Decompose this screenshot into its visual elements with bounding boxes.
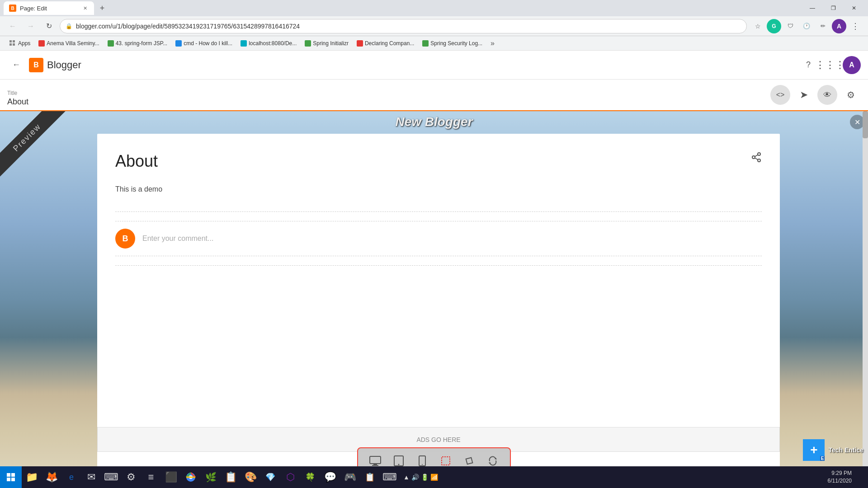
bookmark-label-4: localhost:8080/De... [249, 40, 297, 47]
chrome-titlebar: B Page: Edit ✕ + — ❐ ✕ [0, 0, 868, 16]
bookmark-label-6: Declaring Compan... [365, 40, 414, 47]
taskbar-app-10[interactable]: 📋 [221, 466, 241, 488]
clock-date: 6/11/2020 [828, 477, 852, 485]
taskbar-keyboard[interactable]: ⌨ [101, 466, 121, 488]
bookmarks-bar: Apps Anema Villa Seminy... 43. spring-fo… [0, 36, 868, 51]
bookmark-1[interactable]: Anema Villa Seminy... [35, 38, 103, 48]
taskbar-chrome[interactable] [181, 466, 201, 488]
start-button[interactable] [0, 466, 22, 488]
minimize-button[interactable]: — [802, 0, 823, 16]
taskbar-ie[interactable]: e [61, 466, 81, 488]
bookmark-6[interactable]: Declaring Compan... [353, 38, 418, 48]
svg-rect-16 [442, 457, 450, 465]
bookmark-label-3: cmd - How do I kill... [184, 40, 232, 47]
forward-button[interactable]: → [24, 19, 38, 33]
svg-rect-10 [373, 464, 377, 465]
bookmark-label-7: Spring Security Log... [430, 40, 482, 47]
blogger-header: ← B Blogger ? ⋮⋮⋮ A [0, 51, 868, 80]
share-button[interactable] [751, 152, 762, 165]
watermark: + E Tech Entice [803, 439, 863, 461]
bookmark-2[interactable]: 43. spring-form JSP... [104, 38, 171, 48]
bookmark-apps[interactable]: Apps [5, 38, 34, 49]
svg-rect-11 [372, 465, 378, 466]
extension-icon-3[interactable]: ✏ [816, 19, 830, 33]
bookmark-3[interactable]: cmd - How do I kill... [172, 38, 236, 48]
title-field-value[interactable]: About [7, 97, 770, 107]
publish-button[interactable]: ➤ [794, 85, 814, 105]
extension-icon-2[interactable]: 🕐 [799, 19, 814, 33]
taskbar-email[interactable]: ✉ [81, 466, 101, 488]
svg-point-5 [752, 156, 755, 159]
grammarly-icon[interactable]: G [767, 19, 781, 33]
close-button[interactable]: ✕ [844, 0, 864, 16]
comment-area: B Enter your comment... [115, 221, 762, 256]
new-tab-button[interactable]: + [96, 2, 108, 14]
back-navigation-button[interactable]: ← [7, 56, 25, 74]
svg-rect-1 [13, 40, 15, 42]
comment-input-placeholder[interactable]: Enter your comment... [142, 235, 213, 243]
preview-diagonal-banner: Preview [0, 111, 90, 202]
help-button[interactable]: ? [799, 56, 817, 74]
editor-title-row: Title About <> ➤ 👁 ⚙ [0, 80, 868, 111]
bookmark-favicon-5 [305, 40, 311, 47]
battery-icon[interactable]: 🔋 [421, 474, 429, 481]
bookmark-label-5: Spring Initializr [313, 40, 349, 47]
title-field-label: Title [7, 90, 770, 96]
watermark-icon: + E [803, 439, 825, 461]
svg-rect-0 [9, 40, 12, 42]
scrollbar-thumb[interactable] [863, 111, 868, 138]
taskbar-paint[interactable]: 🎨 [241, 466, 260, 488]
blogger-icon: B [29, 58, 43, 72]
taskbar-terminal[interactable]: ⬛ [161, 466, 181, 488]
profile-avatar-button[interactable]: A [832, 19, 846, 33]
window-controls: — ❐ ✕ [802, 0, 864, 16]
taskbar-app-17[interactable]: 📋 [360, 466, 380, 488]
taskbar-firefox[interactable]: 🦊 [42, 466, 61, 488]
preview-scrollbar[interactable] [863, 111, 868, 488]
code-view-button[interactable]: <> [770, 85, 790, 105]
user-avatar-button[interactable]: A [843, 56, 861, 74]
browser-tab[interactable]: B Page: Edit ✕ [4, 1, 94, 15]
svg-point-6 [758, 159, 760, 162]
taskbar-file-explorer[interactable]: 📁 [22, 466, 42, 488]
taskbar-skype[interactable]: 💬 [320, 466, 340, 488]
back-button[interactable]: ← [5, 19, 20, 33]
taskbar-app-12[interactable]: 💎 [260, 466, 280, 488]
ads-label: ADS GO HERE [416, 436, 460, 443]
extension-icon-1[interactable]: 🛡 [783, 19, 797, 33]
browser-frame: B Page: Edit ✕ + — ❐ ✕ ← → ↻ 🔒 blogger.c… [0, 0, 868, 51]
taskbar-app-9[interactable]: 🌿 [201, 466, 221, 488]
page-title: About [115, 152, 762, 171]
settings-button[interactable]: ⚙ [841, 85, 861, 105]
preview-button[interactable]: 👁 [817, 85, 837, 105]
preview-label: Preview [0, 111, 71, 182]
editor-toolbar: <> ➤ 👁 ⚙ [770, 85, 861, 105]
addressbar-actions: ☆ G 🛡 🕐 ✏ A ⋮ [750, 19, 863, 33]
maximize-button[interactable]: ❐ [823, 0, 844, 16]
refresh-button[interactable]: ↻ [42, 19, 56, 33]
menu-button[interactable]: ⋮ [848, 19, 863, 33]
tab-close-button[interactable]: ✕ [81, 5, 89, 12]
taskbar-app-14[interactable]: 🍀 [300, 466, 320, 488]
taskbar-keyboard-2[interactable]: ⌨ [380, 466, 400, 488]
comment-avatar: B [115, 229, 135, 249]
taskbar-app-6[interactable]: ≡ [141, 466, 161, 488]
network-icon[interactable]: 📶 [430, 474, 438, 481]
bookmark-favicon-4 [241, 40, 247, 47]
taskbar-settings[interactable]: ⚙ [121, 466, 141, 488]
volume-icon[interactable]: 🔊 [411, 474, 419, 481]
bookmark-7[interactable]: Spring Security Log... [419, 38, 486, 48]
tab-favicon: B [9, 5, 16, 12]
tab-title: Page: Edit [20, 5, 78, 12]
tray-arrow-icon[interactable]: ▲ [403, 474, 410, 481]
bookmark-4[interactable]: localhost:8080/De... [237, 38, 300, 48]
bookmark-5[interactable]: Spring Initializr [301, 38, 352, 48]
taskbar-app-16[interactable]: 🎮 [340, 466, 360, 488]
address-bar[interactable]: 🔒 blogger.com/u/1/blog/page/edit/5895323… [60, 19, 747, 33]
apps-grid-button[interactable]: ⋮⋮⋮ [821, 56, 839, 74]
taskbar-clock[interactable]: 9:29 PM 6/11/2020 [821, 469, 859, 485]
taskbar-visual-studio[interactable]: ⬡ [280, 466, 300, 488]
apps-grid-icon [9, 40, 16, 47]
more-bookmarks-button[interactable]: » [489, 38, 496, 49]
bookmark-star-button[interactable]: ☆ [750, 19, 765, 33]
